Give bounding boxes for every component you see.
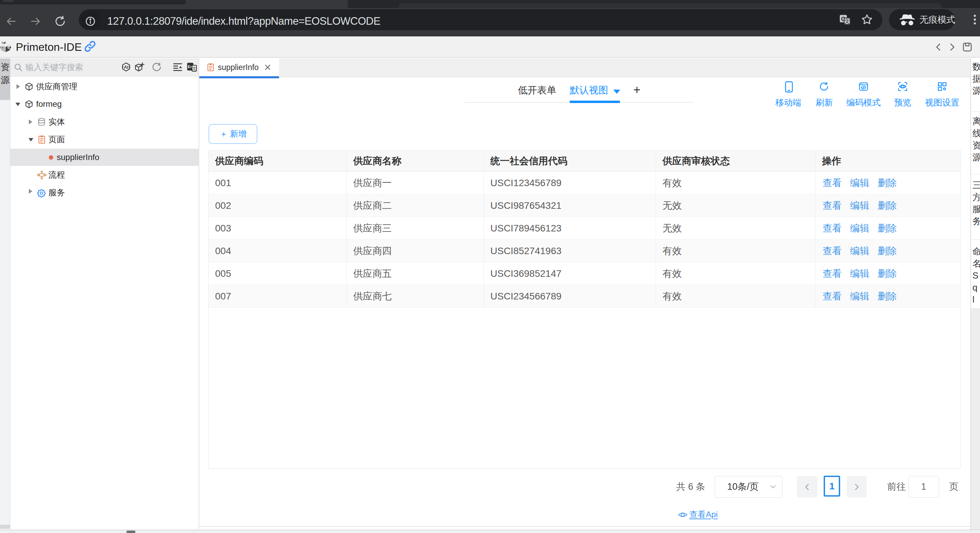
svg-text:AI: AI [124, 65, 128, 70]
svg-text:文: 文 [192, 66, 196, 71]
svg-text:文: 文 [845, 18, 850, 24]
